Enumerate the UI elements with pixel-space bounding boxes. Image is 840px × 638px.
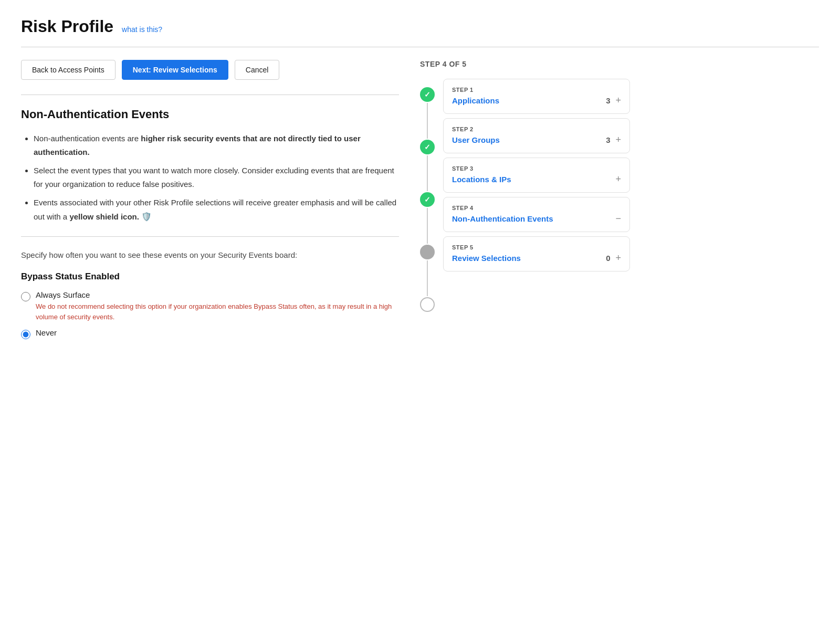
always-surface-option: Always Surface We do not recommend selec… [21,290,399,322]
connector-2-3 [427,155,428,191]
step4-name[interactable]: Non-Authentication Events [452,214,553,223]
step3-plus-icon[interactable]: + [615,174,621,185]
toolbar: Back to Access Points Next: Review Selec… [21,60,399,80]
step2-count: 3 [606,135,610,144]
step5-number: STEP 5 [452,244,621,250]
step1-check: ✓ [424,90,430,99]
step2-number: STEP 2 [452,126,621,132]
step3-number: STEP 3 [452,165,621,172]
step4-actions: − [615,213,621,224]
step5-name[interactable]: Review Selections [452,254,521,263]
step1-number: STEP 1 [452,87,621,93]
step5-card[interactable]: STEP 5 Review Selections 0 + [443,236,630,271]
section-title: Non-Authentication Events [21,108,399,121]
list-item: Select the event types that you want to … [34,164,399,191]
list-item: Non-authentication events are higher ris… [34,132,399,159]
steps-list: STEP 1 Applications 3 + STEP 2 [443,79,630,312]
radio-group: Always Surface We do not recommend selec… [21,290,399,339]
page-title: Risk Profile [21,17,113,36]
section-divider [21,236,399,237]
step5-plus-icon[interactable]: + [615,253,621,264]
what-is-this-link[interactable]: what is this? [122,25,162,34]
step4-circle [420,245,435,259]
step2-actions: 3 + [606,134,621,145]
step3-card[interactable]: STEP 3 Locations & IPs + [443,158,630,193]
bypass-title: Bypass Status Enabled [21,271,399,282]
step1-actions: 3 + [606,95,621,106]
step3-check: ✓ [424,195,430,204]
always-surface-label[interactable]: Always Surface [36,290,90,299]
always-surface-warning: We do not recommend selecting this optio… [36,301,399,322]
never-option: Never [21,328,399,339]
cancel-button[interactable]: Cancel [235,60,280,80]
bypass-section: Bypass Status Enabled Always Surface We … [21,271,399,339]
step1-card[interactable]: STEP 1 Applications 3 + [443,79,630,114]
step2-card[interactable]: STEP 2 User Groups 3 + [443,118,630,153]
header-divider [21,47,819,47]
step5-actions: 0 + [606,253,621,264]
step1-count: 3 [606,96,610,105]
shield-icon: 🛡️ [141,212,152,221]
always-surface-radio[interactable] [21,292,30,301]
connector-4-5 [427,260,428,296]
step-timeline: ✓ ✓ ✓ [420,79,435,312]
step3-name[interactable]: Locations & IPs [452,175,511,184]
step2-plus-icon[interactable]: + [615,134,621,145]
connector-3-4 [427,208,428,244]
step1-circle: ✓ [420,87,435,102]
bullet-list: Non-authentication events are higher ris… [21,132,399,224]
specify-text: Specify how often you want to see these … [21,249,399,262]
step5-count: 0 [606,254,610,263]
connector-1-2 [427,103,428,139]
list-item: Events associated with your other Risk P… [34,196,399,224]
step2-name[interactable]: User Groups [452,135,500,144]
step2-check: ✓ [424,143,430,151]
step4-minus-icon[interactable]: − [615,213,621,224]
toolbar-divider [21,95,399,95]
step1-plus-icon[interactable]: + [615,95,621,106]
step3-circle: ✓ [420,192,435,207]
step4-number: STEP 4 [452,205,621,211]
never-label[interactable]: Never [36,328,57,337]
step1-name[interactable]: Applications [452,96,499,105]
step2-circle: ✓ [420,140,435,154]
step4-card[interactable]: STEP 4 Non-Authentication Events − [443,197,630,232]
step5-circle [420,297,435,312]
step3-actions: + [615,174,621,185]
back-button[interactable]: Back to Access Points [21,60,116,80]
never-radio[interactable] [21,330,30,339]
next-button[interactable]: Next: Review Selections [122,60,228,80]
wizard-panel: STEP 4 OF 5 ✓ ✓ ✓ [420,60,630,339]
step-of-label: STEP 4 OF 5 [420,60,630,68]
